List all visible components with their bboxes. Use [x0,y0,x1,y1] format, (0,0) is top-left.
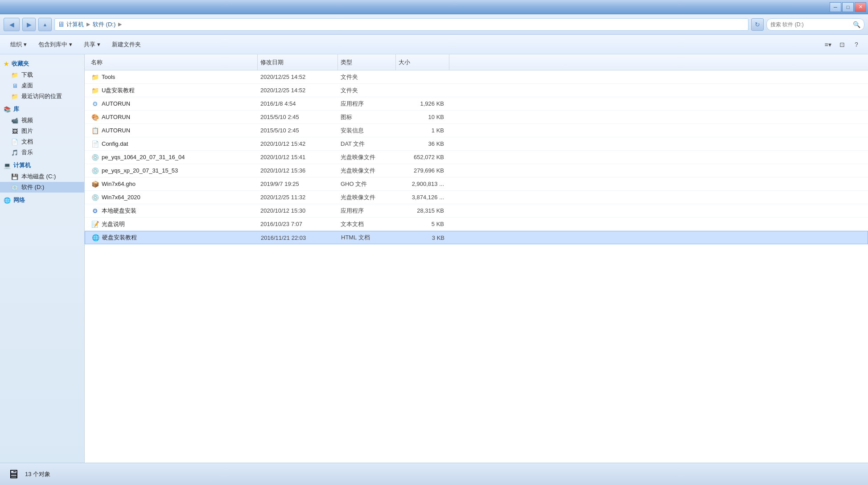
file-cell-name: 💿 pe_yqs_1064_20_07_31_16_04 [88,153,258,161]
sidebar-item-local-c[interactable]: 💾 本地磁盘 (C:) [0,171,84,182]
desktop-icon: 🖥 [11,82,19,90]
table-row[interactable]: 📝 光盘说明 2016/10/23 7:07 文本文档 5 KB [85,218,868,231]
sidebar-section-header-network[interactable]: 🌐 网络 [0,194,84,206]
file-list-body: 📁 Tools 2020/12/25 14:52 文件夹 📁 U盘安装教程 20… [85,70,868,463]
table-row[interactable]: 📋 AUTORUN 2015/5/10 2:45 安装信息 1 KB [85,124,868,137]
picture-label: 图片 [21,127,33,135]
sidebar-section-header-library[interactable]: 📚 库 [0,103,84,115]
share-dropdown-icon: ▾ [97,41,100,48]
network-icon: 🌐 [4,197,11,204]
file-icon: 📦 [91,180,99,188]
sidebar-section-computer: 💻 计算机 💾 本地磁盘 (C:) 💿 软件 (D:) [0,160,84,193]
table-row[interactable]: 📄 Config.dat 2020/10/12 15:42 DAT 文件 36 … [85,137,868,151]
table-row[interactable]: 💿 pe_yqs_1064_20_07_31_16_04 2020/10/12 … [85,151,868,164]
toolbar: 组织 ▾ 包含到库中 ▾ 共享 ▾ 新建文件夹 ≡▾ ⊡ ? [0,35,868,54]
window-controls: ─ □ ✕ [830,2,866,12]
file-name-text: pe_yqs_1064_20_07_31_16_04 [102,154,185,160]
file-cell-type: 图标 [338,113,396,121]
forward-button[interactable]: ▶ [22,18,36,31]
file-cell-name: 💿 Win7x64_2020 [88,193,258,201]
file-cell-size: 3,874,126 ... [396,194,449,201]
address-bar: ◀ ▶ ▲ 🖥 计算机 ▶ 软件 (D:) ▶ ↻ 🔍 [0,14,868,35]
computer-icon: 💻 [4,162,11,169]
organize-button[interactable]: 组织 ▾ [5,37,32,52]
maximize-button[interactable]: □ [842,2,854,12]
table-row[interactable]: ⚙ AUTORUN 2016/1/8 4:54 应用程序 1,926 KB [85,97,868,111]
up-button[interactable]: ▲ [38,18,52,31]
sidebar-item-video[interactable]: 📹 视频 [0,115,84,126]
file-list-area: 名称 修改日期 类型 大小 📁 Tools 2020/12/25 14:52 文… [85,54,868,463]
file-cell-date: 2020/10/12 15:30 [258,207,338,214]
table-row[interactable]: 💿 pe_yqs_xp_20_07_31_15_53 2020/10/12 15… [85,164,868,177]
sidebar-item-desktop[interactable]: 🖥 桌面 [0,80,84,91]
title-bar: ─ □ ✕ [0,0,868,14]
file-icon: 💿 [91,167,99,175]
organize-label: 组织 [10,41,22,49]
table-row[interactable]: ⚙ 本地硬盘安装 2020/10/12 15:30 应用程序 28,315 KB [85,204,868,218]
file-cell-type: 光盘映像文件 [338,153,396,161]
file-icon: ⚙ [91,207,99,215]
local-c-label: 本地磁盘 (C:) [21,173,56,181]
file-cell-name: 📦 Win7x64.gho [88,180,258,188]
include-library-button[interactable]: 包含到库中 ▾ [33,37,77,52]
share-button[interactable]: 共享 ▾ [79,37,105,52]
include-label: 包含到库中 [38,41,67,49]
sidebar-item-picture[interactable]: 🖼 图片 [0,126,84,136]
file-cell-size: 1 KB [396,127,449,134]
col-header-type[interactable]: 类型 [338,54,396,70]
file-cell-date: 2016/10/23 7:07 [258,221,338,227]
file-cell-size: 1,926 KB [396,100,449,107]
download-icon: 📁 [11,71,19,79]
breadcrumb: 🖥 计算机 ▶ 软件 (D:) ▶ [54,18,749,31]
breadcrumb-computer[interactable]: 计算机 [66,21,84,29]
file-cell-name: 📋 AUTORUN [88,127,258,135]
col-header-size[interactable]: 大小 [396,54,449,70]
music-label: 音乐 [21,148,33,156]
file-cell-type: 应用程序 [338,207,396,215]
sidebar-section-header-favorites[interactable]: ★ 收藏夹 [0,58,84,70]
sidebar-item-download[interactable]: 📁 下载 [0,70,84,80]
minimize-button[interactable]: ─ [830,2,841,12]
file-cell-type: GHO 文件 [338,180,396,188]
music-icon: 🎵 [11,148,19,156]
sidebar-item-software-d[interactable]: 💿 软件 (D:) [0,182,84,193]
breadcrumb-drive[interactable]: 软件 (D:) [93,21,115,29]
file-cell-name: 📁 U盘安装教程 [88,86,258,95]
search-input[interactable] [770,21,851,28]
file-icon: 📝 [91,220,99,228]
local-c-icon: 💾 [11,173,19,181]
table-row[interactable]: 📦 Win7x64.gho 2019/9/7 19:25 GHO 文件 2,90… [85,177,868,191]
preview-pane-button[interactable]: ⊡ [836,38,848,51]
file-icon: 📁 [91,73,99,81]
include-dropdown-icon: ▾ [69,41,72,48]
file-cell-date: 2015/5/10 2:45 [258,127,338,134]
file-icon: 📄 [91,140,99,148]
file-icon: 💿 [91,153,99,161]
file-icon: 🎨 [91,113,99,121]
computer-label: 计算机 [13,161,31,169]
sidebar-item-music[interactable]: 🎵 音乐 [0,147,84,158]
sidebar-item-recent[interactable]: 📁 最近访问的位置 [0,91,84,102]
file-cell-type: HTML 文档 [338,234,396,242]
view-dropdown-button[interactable]: ≡▾ [822,38,834,51]
back-button[interactable]: ◀ [4,18,20,31]
table-row[interactable]: 🎨 AUTORUN 2015/5/10 2:45 图标 10 KB [85,111,868,124]
file-cell-type: 光盘映像文件 [338,167,396,175]
sidebar: ★ 收藏夹 📁 下载 🖥 桌面 📁 最近访问的位置 📚 库 [0,54,85,463]
col-header-date[interactable]: 修改日期 [258,54,338,70]
status-app-icon: 🖥 [7,467,20,481]
file-cell-size: 652,072 KB [396,154,449,160]
file-icon: 🌐 [91,234,99,242]
new-folder-button[interactable]: 新建文件夹 [107,37,146,52]
refresh-button[interactable]: ↻ [751,18,764,31]
file-cell-date: 2020/10/12 15:41 [258,154,338,160]
help-button[interactable]: ? [850,38,863,51]
table-row[interactable]: 💿 Win7x64_2020 2020/12/25 11:32 光盘映像文件 3… [85,191,868,204]
close-button[interactable]: ✕ [855,2,866,12]
table-row[interactable]: 📁 U盘安装教程 2020/12/25 14:52 文件夹 [85,84,868,97]
sidebar-section-header-computer[interactable]: 💻 计算机 [0,160,84,171]
col-header-name[interactable]: 名称 [88,54,258,70]
table-row[interactable]: 📁 Tools 2020/12/25 14:52 文件夹 [85,70,868,84]
sidebar-item-document[interactable]: 📄 文档 [0,136,84,147]
table-row[interactable]: 🌐 硬盘安装教程 2016/11/21 22:03 HTML 文档 3 KB [85,231,868,244]
